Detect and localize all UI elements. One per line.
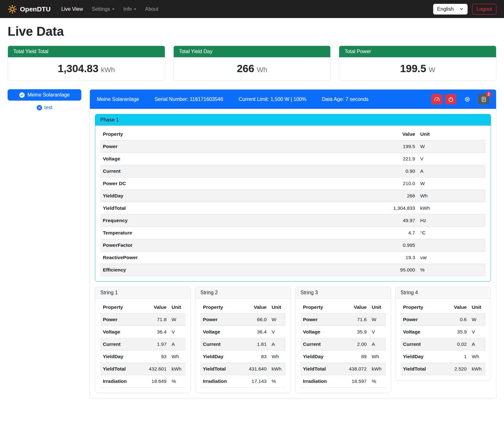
event-log-button[interactable]: 2 (478, 94, 489, 104)
value-cell: 199.5 (364, 140, 418, 153)
nav-item-live-view[interactable]: Live View (58, 4, 87, 15)
value-cell: 93 (146, 351, 169, 363)
table-row: Voltage 35.9 V (401, 326, 486, 338)
unit-cell: W (469, 314, 486, 326)
value-cell: 2.520 (446, 363, 469, 375)
unit-cell: Wh (169, 351, 185, 363)
table-row: Voltage 36.4 V (200, 326, 285, 338)
logout-button[interactable]: Logout (472, 4, 496, 15)
column-header-value: Value (146, 301, 169, 314)
phase-table: Property Value Unit Power (100, 128, 486, 276)
event-count-badge: 2 (486, 91, 492, 97)
top-navbar: OpenDTU Live View Settings Info About En… (0, 0, 504, 18)
table-row: Voltage 35.9 V (301, 326, 386, 338)
table-row: Power 66.0 W (200, 314, 285, 326)
unit-cell: kWh (169, 363, 185, 375)
table-row: YieldDay 83 Wh (200, 351, 285, 363)
table-row: Voltage 36.4 V (100, 326, 185, 338)
property-cell: ReactivePower (100, 252, 364, 264)
sidebar-item-label: Meine Solaranlage (28, 92, 70, 98)
summary-card-unit: W (429, 66, 435, 74)
unit-cell: W (369, 314, 386, 326)
unit-cell: % (418, 264, 486, 276)
column-header-value: Value (446, 301, 469, 314)
property-cell: Voltage (100, 153, 364, 165)
summary-card-unit: Wh (257, 66, 267, 74)
table-row: Irradiation 18.649 % (100, 375, 185, 388)
power-icon (448, 97, 454, 102)
column-header-unit: Unit (169, 301, 185, 314)
unit-cell: W (418, 140, 486, 153)
caret-down-icon (112, 9, 115, 10)
property-cell: PowerFactor (100, 239, 364, 252)
string-table: Property Value Unit Power (301, 301, 386, 388)
value-cell: 1.81 (246, 338, 269, 351)
sidebar-item-label: test (44, 105, 53, 110)
table-row: YieldTotal 438.072 kWh (301, 363, 386, 375)
unit-cell: W (269, 314, 286, 326)
summary-card-title: Total Yield Day (174, 46, 331, 57)
column-header-property: Property (100, 301, 146, 314)
cpu-icon (464, 97, 470, 102)
property-cell: YieldTotal (401, 363, 446, 375)
string-title: String 1 (95, 287, 190, 299)
unit-cell: W (169, 314, 185, 326)
property-cell: Voltage (301, 326, 346, 338)
unit-cell: A (469, 338, 486, 351)
table-row: YieldDay 1 Wh (401, 351, 486, 363)
unit-cell: Hz (418, 215, 486, 227)
value-cell: 19.3 (364, 252, 418, 264)
device-info-button[interactable] (462, 94, 473, 104)
string-title: String 4 (395, 287, 491, 299)
inverter-header: Meine Solaranlage Serial Number: 1161716… (90, 90, 496, 109)
journal-icon (481, 97, 487, 102)
string-table: Property Value Unit Power (401, 301, 486, 375)
nav-item-about[interactable]: About (141, 4, 162, 15)
string-table: Property Value Unit Power (100, 301, 185, 388)
sidebar-item-selected-inverter[interactable]: Meine Solaranlage (8, 89, 81, 101)
value-cell: 35.9 (346, 326, 369, 338)
table-row: Current 0.90 A (100, 165, 486, 178)
language-select[interactable]: English (433, 4, 468, 15)
nav-item-info[interactable]: Info (120, 4, 140, 15)
value-cell: 0.90 (364, 165, 418, 178)
nav-item-label: Live View (61, 6, 83, 12)
value-cell: 95.000 (364, 264, 418, 276)
unit-cell: Wh (418, 190, 486, 202)
value-cell: 49.97 (364, 215, 418, 227)
inverter-limit: Current Limit: 1,500 W | 100% (239, 97, 306, 102)
table-row: Power DC 210.0 W (100, 178, 486, 190)
column-header-unit: Unit (269, 301, 286, 314)
value-cell: 0.995 (364, 239, 418, 252)
unit-cell: var (418, 252, 486, 264)
value-cell: 0.02 (446, 338, 469, 351)
unit-cell (418, 239, 486, 252)
property-cell: YieldDay (100, 351, 146, 363)
sidebar-item-test-inverter[interactable]: test (8, 105, 81, 110)
property-cell: YieldTotal (301, 363, 346, 375)
unit-cell: Wh (269, 351, 286, 363)
value-cell: 36.4 (246, 326, 269, 338)
unit-cell: V (269, 326, 286, 338)
table-row: Power 0.6 W (401, 314, 486, 326)
column-header-property: Property (401, 301, 446, 314)
limit-settings-button[interactable] (431, 94, 442, 104)
summary-card: Total Yield Total 1,304.83kWh (8, 46, 165, 81)
table-row: Power 71.8 W (100, 314, 185, 326)
value-cell: 4.7 (364, 227, 418, 239)
brand[interactable]: OpenDTU (8, 4, 51, 14)
value-cell: 66.0 (246, 314, 269, 326)
page-title: Live Data (8, 24, 496, 39)
table-row: YieldDay 93 Wh (100, 351, 185, 363)
table-row: YieldTotal 431.640 kWh (200, 363, 285, 375)
property-cell: Current (301, 338, 346, 351)
value-cell: 36.4 (146, 326, 169, 338)
column-header-unit: Unit (418, 128, 486, 140)
column-header-value: Value (346, 301, 369, 314)
string-card-4: String 4 Property Value Unit (395, 287, 491, 381)
value-cell: 1.97 (146, 338, 169, 351)
power-button[interactable] (445, 94, 456, 104)
unit-cell: kWh (418, 202, 486, 215)
table-row: Frequency 49.97 Hz (100, 215, 486, 227)
nav-item-settings[interactable]: Settings (88, 4, 118, 15)
